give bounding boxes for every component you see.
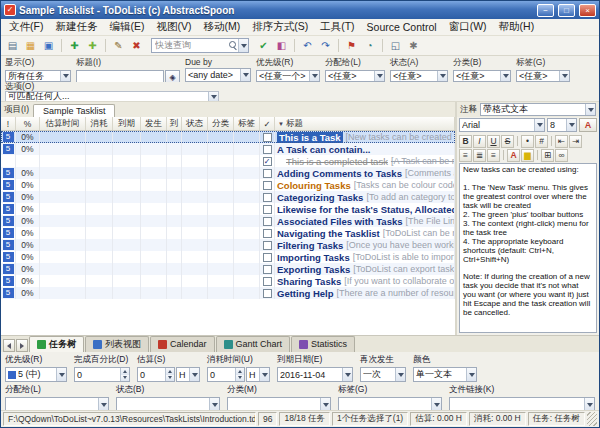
highlight-button[interactable]: ▆ bbox=[521, 149, 534, 162]
font-name-combo[interactable]: Arial bbox=[459, 118, 545, 132]
align-left-button[interactable]: ≡ bbox=[459, 149, 472, 162]
bold-button[interactable]: B bbox=[459, 135, 472, 148]
menu-new-task[interactable]: 新建任务 bbox=[49, 19, 103, 35]
done-checkbox[interactable] bbox=[263, 253, 272, 262]
column-header-pri[interactable]: ! bbox=[1, 117, 16, 130]
numbered-list-button[interactable]: # bbox=[535, 135, 548, 148]
filter-options-combo[interactable]: 可匹配任何人... bbox=[5, 91, 219, 102]
preferences-button[interactable]: ✱ bbox=[405, 38, 422, 54]
view-tab-gantt-chart[interactable]: Gantt Chart bbox=[216, 336, 291, 352]
attr-percent-done-spinner[interactable]: 0 bbox=[74, 367, 130, 382]
done-checkbox[interactable] bbox=[263, 205, 272, 214]
menu-tools[interactable]: 工具(T) bbox=[314, 19, 360, 35]
column-header-recur[interactable]: 发生 bbox=[141, 117, 167, 130]
comments-text[interactable]: New tasks can be created using: 1. The '… bbox=[459, 163, 597, 333]
done-checkbox[interactable] bbox=[263, 181, 272, 190]
column-header-check[interactable]: ✓ bbox=[260, 117, 275, 130]
font-size-combo[interactable]: 8 bbox=[547, 118, 577, 132]
task-row[interactable]: 50%Importing Tasks[ToDoList is able to i… bbox=[1, 251, 455, 263]
done-checkbox[interactable] bbox=[263, 277, 272, 286]
column-header-category[interactable]: 分类 bbox=[208, 117, 234, 130]
menu-move[interactable]: 移动(M) bbox=[197, 19, 246, 35]
column-header-status[interactable]: 状态 bbox=[182, 117, 208, 130]
attr-status-combo[interactable] bbox=[116, 397, 220, 410]
task-row[interactable]: 50%Navigating the Tasklist[ToDoList can … bbox=[1, 227, 455, 239]
view-tab-task-tree[interactable]: 任务树 bbox=[29, 336, 84, 352]
attr-estimate-unit-combo[interactable]: H bbox=[176, 367, 200, 382]
filter-title-options-button[interactable]: ◈ bbox=[165, 70, 180, 82]
done-checkbox[interactable] bbox=[263, 133, 272, 142]
title-bar[interactable]: ✓ Sample Tasklist - ToDoList (c) Abstrac… bbox=[1, 1, 599, 19]
underline-button[interactable]: U bbox=[487, 135, 500, 148]
tab-scroll-right-button[interactable] bbox=[16, 339, 28, 352]
tab-scroll-left-button[interactable] bbox=[3, 339, 15, 352]
indent-button[interactable]: ⇥ bbox=[569, 135, 582, 148]
done-checkbox[interactable] bbox=[263, 145, 272, 154]
task-row[interactable]: ✓This is a completed task[A Task can be … bbox=[1, 155, 455, 167]
redo-button[interactable]: ↷ bbox=[317, 38, 334, 54]
menu-file[interactable]: 文件(F) bbox=[3, 19, 49, 35]
menu-view[interactable]: 视图(V) bbox=[150, 19, 197, 35]
attr-text-color-combo[interactable]: 单一文本 bbox=[413, 367, 477, 382]
text-color-button[interactable]: A bbox=[507, 149, 520, 162]
done-checkbox[interactable] bbox=[263, 241, 272, 250]
task-color-button[interactable]: ◧ bbox=[273, 38, 290, 54]
done-checkbox[interactable] bbox=[263, 229, 272, 238]
close-button[interactable]: × bbox=[579, 4, 596, 17]
spinner-buttons[interactable] bbox=[165, 368, 174, 381]
attr-estimate-spinner[interactable]: 0 bbox=[137, 367, 175, 382]
filter-show-combo[interactable]: 所有任务 bbox=[5, 70, 71, 82]
minimize-button[interactable]: − bbox=[537, 4, 554, 17]
attr-category-combo[interactable] bbox=[227, 397, 331, 410]
new-subtask-button[interactable]: ✚ bbox=[84, 38, 101, 54]
view-tab-statistics[interactable]: Statistics bbox=[291, 336, 355, 352]
task-row[interactable]: 50%Exporting Tasks[ToDoList can export t… bbox=[1, 263, 455, 275]
filter-due-by-combo[interactable]: <any date> bbox=[185, 68, 251, 82]
task-row[interactable]: 50%Likewise for the task's Status, Alloc… bbox=[1, 203, 455, 215]
filter-alloc-to-combo[interactable]: <任意> bbox=[325, 70, 385, 82]
strikethrough-button[interactable]: S bbox=[501, 135, 514, 148]
delete-task-button[interactable]: ✖ bbox=[128, 38, 145, 54]
task-row[interactable]: 50%Filtering Tasks[Once you have been wo… bbox=[1, 239, 455, 251]
filter-priority-combo[interactable]: <任意一个> bbox=[256, 70, 320, 82]
bullet-list-button[interactable]: • bbox=[521, 135, 534, 148]
flag-task-button[interactable]: ⚑ bbox=[343, 38, 360, 54]
menu-source-control[interactable]: Source Control bbox=[361, 20, 443, 34]
new-tasklist-button[interactable]: ▤ bbox=[4, 38, 21, 54]
task-row[interactable]: 50%Sharing Tasks[If you want to collabor… bbox=[1, 275, 455, 287]
italic-button[interactable]: I bbox=[473, 135, 486, 148]
attr-time-spent-spinner[interactable]: 0 bbox=[207, 367, 245, 382]
column-header-due[interactable]: 到期 bbox=[113, 117, 141, 130]
column-header-to[interactable]: 到 bbox=[167, 117, 182, 130]
undo-button[interactable]: ↶ bbox=[299, 38, 316, 54]
task-row[interactable]: 50%A Task can contain... bbox=[1, 143, 455, 155]
quick-search-box[interactable]: 快速查询 bbox=[151, 38, 249, 53]
done-checkbox[interactable] bbox=[263, 217, 272, 226]
task-row[interactable]: 50%Getting Help[There are a number of re… bbox=[1, 287, 455, 299]
done-checkbox[interactable] bbox=[263, 193, 272, 202]
edit-task-button[interactable]: ✎ bbox=[110, 38, 127, 54]
filter-tag-combo[interactable]: <任意> bbox=[516, 70, 570, 82]
column-header-title[interactable]: ▼标题 bbox=[275, 117, 455, 130]
resize-grip[interactable] bbox=[587, 412, 597, 426]
attr-alloc-to-combo[interactable] bbox=[5, 397, 109, 410]
task-row[interactable]: 50%Adding Comments to Tasks[Comments are… bbox=[1, 167, 455, 179]
task-row[interactable]: 50%Categorizing Tasks[To add an category… bbox=[1, 191, 455, 203]
insert-table-button[interactable]: ⊞ bbox=[541, 149, 554, 162]
menu-sort[interactable]: 排序方式(S) bbox=[246, 19, 314, 35]
spinner-buttons[interactable] bbox=[120, 368, 129, 381]
view-tab-list-view[interactable]: 列表视图 bbox=[85, 336, 149, 352]
attr-tags-combo[interactable] bbox=[338, 397, 442, 410]
attr-due-date-combo[interactable]: 2016-11-04 bbox=[277, 367, 353, 382]
open-tasklist-button[interactable]: ▦ bbox=[22, 38, 39, 54]
column-header-spent[interactable]: 消耗 bbox=[86, 117, 113, 130]
task-row[interactable]: 50%Associated Files with Tasks[The File … bbox=[1, 215, 455, 227]
done-checkbox[interactable] bbox=[263, 265, 272, 274]
font-color-button[interactable]: A bbox=[579, 118, 597, 132]
column-header-pct[interactable]: % bbox=[16, 117, 40, 130]
filter-title-input[interactable] bbox=[76, 70, 164, 82]
spinner-buttons[interactable] bbox=[235, 368, 244, 381]
done-checkbox[interactable] bbox=[263, 289, 272, 298]
attr-time-spent-unit-combo[interactable]: H bbox=[246, 367, 270, 382]
chevron-down-icon[interactable] bbox=[238, 39, 248, 52]
